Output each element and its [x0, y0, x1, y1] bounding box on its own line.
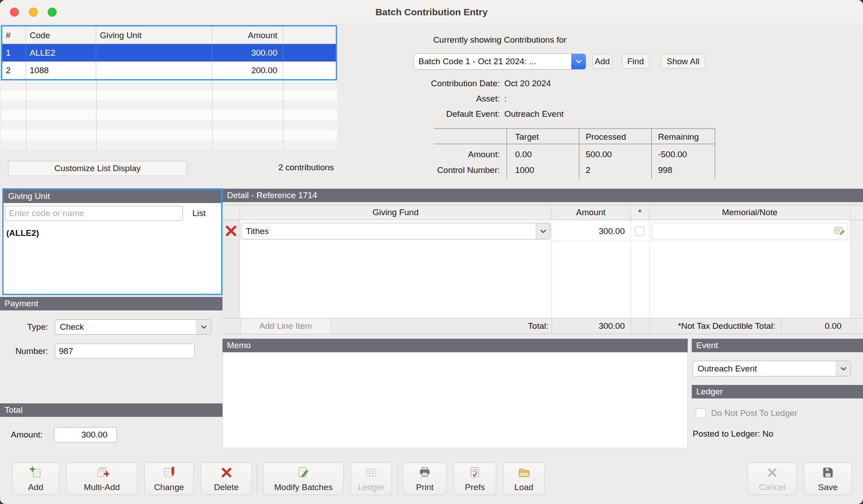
- line-item-amount[interactable]: 300.00: [557, 223, 625, 239]
- contribution-count: 2 contributions: [250, 163, 362, 172]
- summary-col-processed: Processed: [586, 131, 626, 143]
- detail-section-header: Detail - Reference 1714: [222, 189, 863, 202]
- giving-unit-list-button[interactable]: List: [192, 206, 206, 221]
- ledger-section-header: Ledger: [692, 385, 863, 398]
- customize-list-display-button[interactable]: Customize List Display: [8, 161, 187, 176]
- toolbar-print-button[interactable]: Print: [403, 462, 447, 495]
- save-icon: [821, 466, 835, 482]
- summary-amount-target: 0.00: [515, 149, 532, 160]
- do-not-post-checkbox[interactable]: [696, 408, 706, 418]
- column-divider: [649, 220, 650, 318]
- load-icon: [517, 466, 531, 482]
- total-amount-field[interactable]: [54, 427, 117, 442]
- footer-divider: [649, 318, 650, 334]
- delete-line-item-icon[interactable]: [223, 223, 239, 241]
- col-header-num[interactable]: #: [2, 27, 26, 44]
- detail-total-label: Total:: [447, 318, 548, 334]
- summary-control-processed: 2: [586, 164, 591, 176]
- detail-col-gutter-right: [850, 205, 863, 220]
- line-item-ntd-checkbox[interactable]: [635, 226, 645, 236]
- toolbar-change-button[interactable]: Change: [144, 462, 194, 495]
- default-event-value: Outreach Event: [504, 108, 564, 120]
- batch-heading: Currently showing Contributions for: [414, 34, 586, 46]
- modify-batches-icon: [297, 466, 310, 482]
- contribution-row-2[interactable]: 2 1088 200.00: [2, 62, 336, 79]
- payment-type-select[interactable]: Check: [55, 319, 211, 335]
- detail-col-amount: Amount: [552, 205, 631, 220]
- col-header-amount[interactable]: Amount: [212, 27, 283, 44]
- contributions-empty-rows: [1, 80, 337, 150]
- payment-number-label: Number:: [0, 345, 48, 357]
- chevron-down-icon: [196, 320, 211, 334]
- contribution-row-1[interactable]: 1 ALLE2 300.00: [2, 44, 336, 62]
- payment-type-label: Type:: [0, 321, 48, 333]
- toolbar-change-label: Change: [154, 483, 184, 492]
- cell-giving-unit: [96, 44, 212, 62]
- toolbar-modify-batches-button[interactable]: Modify Batches: [263, 462, 344, 495]
- toolbar-add-button[interactable]: Add: [12, 462, 59, 495]
- cell-code: ALLE2: [26, 44, 96, 62]
- toolbar-print-label: Print: [416, 483, 433, 492]
- col-header-code[interactable]: Code: [26, 27, 96, 44]
- detail-scrollbar-track[interactable]: [850, 220, 863, 318]
- add-line-item-button[interactable]: Add Line Item: [240, 318, 331, 334]
- event-select-value: Outreach Event: [693, 364, 836, 374]
- detail-col-memorial: Memorial/Note: [649, 205, 850, 220]
- cell-code: 1088: [26, 62, 96, 79]
- cell-extra: [283, 44, 336, 62]
- summary-line: [715, 128, 715, 179]
- memorial-note-icon[interactable]: [834, 225, 845, 239]
- batch-select[interactable]: Batch Code 1 - Oct 21 2024: ...: [414, 53, 586, 70]
- contributions-list: # Code Giving Unit Amount 1 ALLE2 300.00…: [1, 25, 337, 80]
- memo-input[interactable]: [222, 352, 688, 448]
- toolbar-save-button[interactable]: Save: [804, 462, 852, 495]
- title-bar: Batch Contribution Entry: [0, 0, 863, 24]
- column-divider: [212, 80, 213, 150]
- summary-col-remaining: Remaining: [658, 131, 699, 143]
- summary-line: [434, 144, 715, 144]
- giving-fund-select[interactable]: Tithes: [241, 223, 551, 239]
- summary-control-remaining: 998: [658, 164, 672, 176]
- cell-num: 2: [2, 62, 26, 79]
- column-divider: [283, 80, 284, 150]
- giving-fund-value: Tithes: [241, 226, 536, 236]
- cell-giving-unit: [96, 62, 212, 79]
- toolbar-save-label: Save: [818, 483, 837, 492]
- toolbar-add-label: Add: [28, 483, 44, 492]
- event-select[interactable]: Outreach Event: [693, 361, 851, 376]
- payment-section-header: Payment: [0, 297, 222, 310]
- footer-divider: [781, 318, 782, 334]
- col-header-extra: [283, 27, 336, 44]
- footer-divider: [552, 318, 552, 334]
- selected-giving-unit-code: (ALLE2): [6, 228, 39, 238]
- toolbar-prefs-button[interactable]: Prefs: [454, 462, 496, 495]
- giving-unit-search-input[interactable]: [5, 206, 183, 221]
- posted-to-ledger-status: Posted to Ledger: No: [693, 428, 774, 440]
- payment-number-input[interactable]: [55, 344, 195, 358]
- delete-icon: [220, 466, 233, 482]
- summary-line: [434, 128, 715, 129]
- memorial-note-field[interactable]: [652, 223, 848, 239]
- event-section-header: Event: [692, 339, 863, 352]
- summary-col-target: Target: [515, 131, 539, 143]
- toolbar-delete-button[interactable]: Delete: [200, 462, 252, 495]
- payment-type-value: Check: [55, 322, 196, 332]
- detail-total-value: 300.00: [557, 318, 625, 334]
- batch-add-button[interactable]: Add: [592, 54, 612, 69]
- col-header-giving-unit[interactable]: Giving Unit: [96, 27, 212, 44]
- toolbar-cancel-label: Cancel: [759, 483, 785, 492]
- contribution-date-label: Contribution Date:: [360, 78, 500, 89]
- toolbar-multi-add-label: Multi-Add: [84, 483, 120, 492]
- detail-col-star: *: [631, 205, 649, 220]
- batch-find-button[interactable]: Find: [622, 54, 649, 69]
- asset-label: Asset:: [360, 93, 500, 105]
- ledger-icon: [365, 466, 378, 482]
- batch-select-value: Batch Code 1 - Oct 21 2024: ...: [414, 57, 571, 66]
- toolbar-load-button[interactable]: Load: [503, 462, 545, 495]
- summary-line: [651, 128, 652, 179]
- detail-footer: Add Line Item Total: 300.00 *Not Tax Ded…: [222, 318, 863, 334]
- toolbar-multi-add-button[interactable]: Multi-Add: [66, 462, 138, 495]
- show-all-button[interactable]: Show All: [661, 54, 705, 69]
- footer-divider: [631, 318, 631, 334]
- column-divider: [631, 220, 631, 318]
